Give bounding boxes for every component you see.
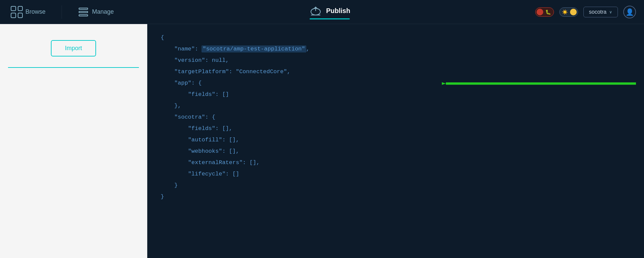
sidebar: Import bbox=[0, 24, 147, 258]
code-line-6: "fields": [] bbox=[161, 89, 631, 100]
code-line-15: } bbox=[161, 191, 631, 203]
browse-label: Browse bbox=[25, 8, 46, 15]
chevron-down-icon: ∨ bbox=[609, 10, 612, 14]
code-line-4: "targetPlatform": "ConnectedCore", bbox=[161, 66, 631, 78]
publish-nav-section: Publish bbox=[125, 4, 535, 19]
code-line-13: "lifecycle": [] bbox=[161, 168, 631, 180]
import-button[interactable]: Import bbox=[51, 40, 96, 56]
main-content: Import { "name": "socotra/amp-test-appli… bbox=[0, 24, 644, 258]
sun-icon: ☀️ bbox=[562, 9, 568, 15]
nav-divider-1 bbox=[62, 5, 62, 19]
publish-nav-item[interactable]: Publish bbox=[309, 4, 350, 17]
code-line-8: "socotra": { bbox=[161, 112, 631, 123]
publish-icon bbox=[309, 4, 322, 17]
code-line-1: { bbox=[161, 32, 631, 43]
code-line-9: "fields": [], bbox=[161, 123, 631, 134]
code-line-11: "webhooks": [], bbox=[161, 146, 631, 157]
workspace-selector[interactable]: socotra ∨ bbox=[583, 7, 618, 17]
navbar: Browse Manage Publish bbox=[0, 0, 644, 24]
bug-icon: 🐛 bbox=[545, 9, 551, 15]
debug-toggle[interactable]: 🐛 bbox=[535, 7, 554, 17]
browse-nav-item[interactable]: Browse bbox=[8, 6, 56, 18]
code-line-2: "name": "socotra/amp-test-application", bbox=[161, 43, 631, 55]
user-profile-button[interactable]: 👤 bbox=[623, 6, 636, 18]
code-line-7: }, bbox=[161, 100, 631, 112]
theme-toggle[interactable]: ☀️ bbox=[559, 7, 578, 17]
code-line-14: } bbox=[161, 180, 631, 191]
manage-label: Manage bbox=[92, 8, 114, 15]
code-panel: { "name": "socotra/amp-test-application"… bbox=[147, 24, 644, 258]
publish-active-indicator bbox=[310, 18, 350, 19]
manage-icon bbox=[78, 7, 89, 17]
code-editor: { "name": "socotra/amp-test-application"… bbox=[161, 32, 631, 203]
sidebar-divider bbox=[8, 67, 139, 68]
manage-nav-item[interactable]: Manage bbox=[67, 7, 125, 17]
browse-icon bbox=[11, 6, 23, 18]
user-icon: 👤 bbox=[626, 8, 634, 16]
nav-right-controls: 🐛 ☀️ socotra ∨ 👤 bbox=[535, 6, 636, 18]
code-line-5: "app": { bbox=[161, 78, 631, 89]
code-line-3: "version": null, bbox=[161, 55, 631, 66]
publish-label: Publish bbox=[326, 7, 350, 15]
debug-toggle-knob bbox=[537, 9, 543, 15]
code-line-12: "externalRaters": [], bbox=[161, 157, 631, 168]
workspace-label: socotra bbox=[589, 9, 607, 15]
code-line-10: "autofill": [], bbox=[161, 134, 631, 146]
theme-toggle-knob bbox=[570, 9, 577, 15]
